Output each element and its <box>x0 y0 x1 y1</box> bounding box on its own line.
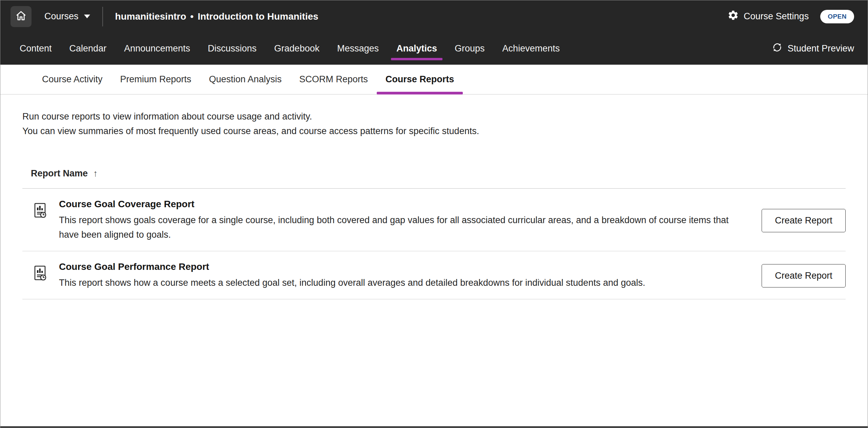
table-row: Course Goal Performance Report This repo… <box>22 251 846 299</box>
report-name-label: Report Name <box>31 168 88 179</box>
analytics-subnav: Course Activity Premium Reports Question… <box>0 65 868 94</box>
top-bar: Courses humanitiesintro • Introduction t… <box>0 0 868 33</box>
chevron-down-icon <box>84 15 90 18</box>
breadcrumb: humanitiesintro • Introduction to Humani… <box>115 11 318 22</box>
app-window: Courses humanitiesintro • Introduction t… <box>0 0 868 428</box>
window-bottom-edge <box>0 426 868 428</box>
breadcrumb-separator: • <box>190 11 194 22</box>
gear-icon <box>727 9 739 23</box>
tab-announcements[interactable]: Announcements <box>115 33 199 65</box>
tab-achievements[interactable]: Achievements <box>494 33 569 65</box>
tab-groups[interactable]: Groups <box>446 33 494 65</box>
courses-dropdown[interactable]: Courses <box>44 11 90 22</box>
tab-messages[interactable]: Messages <box>328 33 388 65</box>
report-document-icon <box>32 265 48 282</box>
topbar-divider <box>102 7 103 26</box>
subtab-premium-reports[interactable]: Premium Reports <box>111 65 200 94</box>
sort-ascending-icon[interactable]: ↑ <box>93 168 98 179</box>
report-name-column-header[interactable]: Report Name ↑ <box>31 168 846 179</box>
course-id: humanitiesintro <box>115 11 186 22</box>
course-name: Introduction to Humanities <box>198 11 318 22</box>
report-description: This report shows goals coverage for a s… <box>59 213 748 242</box>
report-document-icon <box>32 202 48 220</box>
home-icon <box>15 10 27 23</box>
tab-calendar[interactable]: Calendar <box>61 33 116 65</box>
open-status-badge[interactable]: OPEN <box>820 10 854 23</box>
course-settings-button[interactable]: Course Settings <box>727 9 809 23</box>
student-preview-icon <box>772 42 783 55</box>
report-description: This report shows how a course meets a s… <box>59 276 748 290</box>
courses-dropdown-label: Courses <box>44 11 79 22</box>
subtab-course-reports[interactable]: Course Reports <box>377 65 463 94</box>
intro-text: Run course reports to view information a… <box>0 94 868 138</box>
create-report-button[interactable]: Create Report <box>762 209 846 232</box>
report-title: Course Goal Performance Report <box>59 261 748 272</box>
intro-line-1: Run course reports to view information a… <box>22 109 846 124</box>
subtab-course-activity[interactable]: Course Activity <box>33 65 111 94</box>
report-info: Course Goal Coverage Report This report … <box>59 199 748 242</box>
table-row: Course Goal Coverage Report This report … <box>22 189 846 251</box>
tab-content[interactable]: Content <box>11 33 61 65</box>
home-button[interactable] <box>11 6 32 27</box>
main-nav: Content Calendar Announcements Discussio… <box>0 33 868 65</box>
subtab-scorm-reports[interactable]: SCORM Reports <box>290 65 377 94</box>
subtab-question-analysis[interactable]: Question Analysis <box>200 65 291 94</box>
tab-discussions[interactable]: Discussions <box>199 33 265 65</box>
report-title: Course Goal Coverage Report <box>59 199 748 210</box>
create-report-button[interactable]: Create Report <box>762 264 846 287</box>
student-preview-button[interactable]: Student Preview <box>772 33 854 65</box>
tab-gradebook[interactable]: Gradebook <box>265 33 328 65</box>
course-settings-label: Course Settings <box>744 11 809 22</box>
intro-line-2: You can view summaries of most frequentl… <box>22 124 846 138</box>
student-preview-label: Student Preview <box>787 43 854 54</box>
report-info: Course Goal Performance Report This repo… <box>59 261 748 290</box>
tab-analytics[interactable]: Analytics <box>388 33 446 65</box>
